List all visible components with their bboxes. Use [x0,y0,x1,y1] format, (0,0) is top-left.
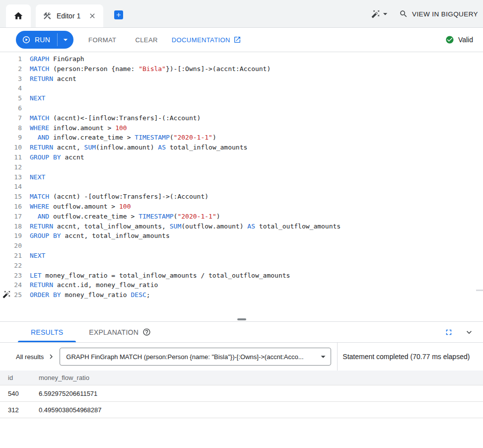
documentation-button[interactable]: DOCUMENTATION [172,36,241,44]
panel-resize-handle[interactable] [237,318,246,320]
code-line: 25ORDER BY money_flow_ratio DESC; [0,290,483,300]
vertical-divider [337,343,338,371]
table-cell: 312 [0,406,39,414]
close-tab-button[interactable] [88,12,96,20]
code-line: 1GRAPH FinGraph [0,54,483,64]
help-icon[interactable] [142,328,151,336]
code-text: GROUP BY accnt, total_inflow_amounts [22,231,170,241]
line-number: 7 [0,113,22,123]
code-line: 10RETURN accnt, SUM(inflow.amount) AS to… [0,143,483,152]
add-editor-tab-button[interactable] [114,10,123,19]
line-number: 12 [0,162,22,172]
editor-scrollbar-mark [476,290,483,291]
table-cell: 540 [0,390,39,397]
code-line: 18RETURN accnt, total_inflow_amounts, SU… [0,222,483,231]
home-icon [13,11,23,21]
code-line: 7MATCH (accnt)<-[inflow:Transfers]-(:Acc… [0,113,483,123]
magic-wand-icon [371,9,380,18]
code-line: 15MATCH (accnt) -[outflow:Transfers]->(:… [0,192,483,202]
line-number: 23 [0,271,22,281]
documentation-label: DOCUMENTATION [172,36,230,44]
code-line: 8WHERE inflow.amount > 100 [0,123,483,133]
results-panel-header: RESULTS EXPLANATION [0,322,483,343]
line-number: 8 [0,123,22,133]
code-text: AND outflow.create_time > TIMESTAMP("202… [22,212,220,222]
code-text: RETURN accnt.id, money_flow_ratio [22,280,158,290]
home-tab[interactable] [6,4,31,27]
sql-editor[interactable]: 1GRAPH FinGraph2MATCH (person:Person {na… [0,52,483,322]
tab-explanation[interactable]: EXPLANATION [76,322,164,342]
close-icon [88,12,96,20]
run-split-button: RUN [16,31,73,49]
results-tab-label: RESULTS [31,328,63,336]
code-text: MATCH (accnt) -[outflow:Transfers]->(:Ac… [22,192,208,202]
clear-button[interactable]: CLEAR [131,32,161,48]
bigquery-studio-app: Editor 1 VIEW IN BIGQUERY RUN [0,0,483,448]
code-line: 4 [0,83,483,93]
code-text: GRAPH FinGraph [22,54,84,64]
valid-label: Valid [458,36,473,44]
run-options-button[interactable] [58,31,73,49]
code-line: 9 AND inflow.create_time > TIMESTAMP("20… [0,133,483,143]
statement-select[interactable]: GRAPH FinGraph MATCH (person:Person {nam… [60,348,331,366]
code-line: 5NEXT [0,93,483,103]
line-number: 15 [0,192,22,202]
code-text: LET money_flow_ratio = total_inflow_amou… [22,271,290,281]
table-body: 5406.5929752066115713120.495903805496828… [0,385,483,418]
line-number: 19 [0,231,22,241]
line-number: 10 [0,143,22,152]
caret-down-icon [380,9,390,19]
run-label: RUN [35,36,50,44]
code-assist-icon[interactable] [2,290,11,299]
tab-bar-actions: VIEW IN BIGQUERY [371,0,483,28]
code-line: 19GROUP BY accnt, total_inflow_amounts [0,231,483,241]
results-filter-bar: All results GRAPH FinGraph MATCH (person… [0,343,483,371]
code-line: 12 [0,162,483,172]
collapse-panel-icon[interactable] [464,327,474,337]
run-button[interactable]: RUN [16,31,57,49]
code-text: MATCH (person:Person {name: "Bisla"})-[:… [22,64,271,74]
line-number: 3 [0,74,22,84]
code-text: NEXT [22,251,45,261]
line-number: 18 [0,222,22,231]
results-table: idmoney_flow_ratio 5406.5929752066115713… [0,371,483,418]
column-header: money_flow_ratio [39,374,483,381]
explanation-tab-label: EXPLANATION [89,328,138,336]
line-number: 13 [0,172,22,182]
code-text [22,83,30,93]
code-line: 16WHERE outflow.amount > 100 [0,202,483,212]
table-row: 3120.4959038054968287 [0,402,483,418]
format-button[interactable]: FORMAT [84,32,120,48]
code-text [22,182,30,192]
line-number: 1 [0,54,22,64]
statement-select-value: GRAPH FinGraph MATCH (person:Person {nam… [66,353,315,361]
tab-results[interactable]: RESULTS [18,322,76,342]
code-text: RETURN accnt [22,74,76,84]
view-in-bigquery-button[interactable]: VIEW IN BIGQUERY [399,9,478,18]
code-text [22,261,30,271]
query-toolbar: RUN FORMAT CLEAR DOCUMENTATION Valid [0,28,483,52]
results-panel-actions [444,322,483,342]
line-number: 4 [0,83,22,93]
fullscreen-icon[interactable] [444,328,453,337]
code-text: NEXT [22,93,45,103]
code-line: 13NEXT [0,172,483,182]
search-icon [399,9,408,18]
code-line: 20 [0,241,483,251]
code-lines: 1GRAPH FinGraph2MATCH (person:Person {na… [0,54,483,300]
line-number: 6 [0,103,22,113]
validation-status: Valid [445,35,477,44]
code-line: 17 AND outflow.create_time > TIMESTAMP("… [0,212,483,222]
chevron-right-icon[interactable] [47,352,56,361]
code-text: ORDER BY money_flow_ratio DESC; [22,290,150,300]
code-text [22,103,30,113]
code-text [22,162,30,172]
line-number: 20 [0,241,22,251]
sql-generation-button[interactable] [371,9,390,19]
tab-editor-1[interactable]: Editor 1 [36,4,103,27]
caret-down-icon [61,35,70,45]
line-number: 14 [0,182,22,192]
code-text: WHERE outflow.amount > 100 [22,202,131,212]
line-number: 9 [0,133,22,143]
line-number: 2 [0,64,22,74]
